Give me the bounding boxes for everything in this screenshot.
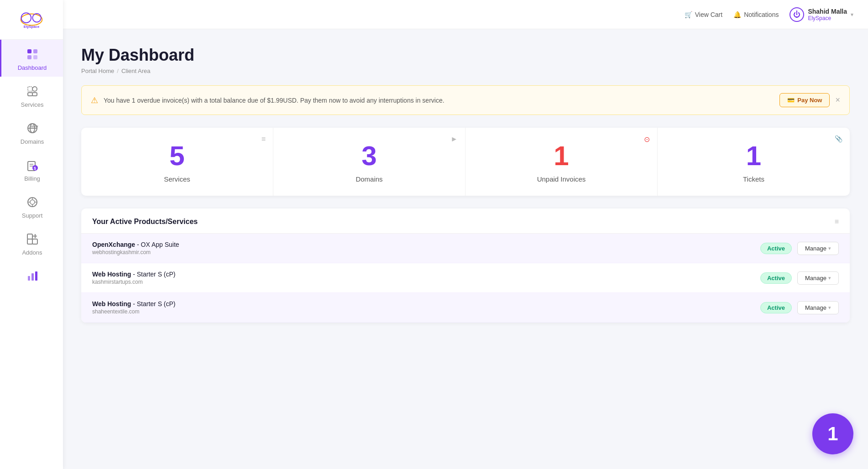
view-cart-link[interactable]: 🛒 View Cart — [685, 11, 722, 18]
manage-button[interactable]: Manage ▾ — [797, 271, 839, 285]
stat-card-domains[interactable]: ► 3 Domains — [273, 128, 465, 196]
stat-card-services[interactable]: ≡ 5 Services — [81, 128, 273, 196]
product-name: OpenXchange - OX App Suite — [92, 241, 760, 248]
product-actions: Active Manage ▾ — [760, 271, 839, 285]
products-title: Your Active Products/Services — [92, 218, 198, 226]
status-badge: Active — [760, 302, 792, 313]
cart-icon: 🛒 — [685, 11, 692, 18]
stat-card-tickets[interactable]: 📎 1 Tickets — [658, 128, 850, 196]
sidebar-item-services[interactable]: Services — [0, 77, 63, 114]
addons-icon — [25, 232, 40, 246]
product-name-bold: Web Hosting — [92, 300, 131, 307]
svg-rect-5 — [33, 49, 37, 53]
svg-rect-28 — [32, 239, 37, 244]
svg-text:ElySpace: ElySpace — [24, 25, 40, 29]
sidebar-label-services: Services — [21, 101, 44, 108]
billing-icon: $ — [25, 158, 40, 172]
breadcrumb-separator: / — [117, 68, 119, 74]
support-icon — [25, 195, 40, 209]
breadcrumb-home[interactable]: Portal Home — [81, 68, 114, 74]
svg-rect-11 — [32, 93, 37, 96]
user-sub: ElySpace — [808, 15, 847, 21]
tickets-label: Tickets — [743, 175, 764, 183]
user-menu[interactable]: ⏻ Shahid Malla ElySpace ▾ — [790, 7, 853, 22]
product-info: Web Hosting - Starter S (cP) kashmirstar… — [92, 271, 760, 285]
svg-text:$: $ — [34, 166, 36, 171]
manage-button[interactable]: Manage ▾ — [797, 301, 839, 314]
product-row: OpenXchange - OX App Suite webhostingkas… — [81, 234, 850, 263]
sidebar-navigation: Dashboard Services www — [0, 40, 63, 292]
breadcrumb-current: Client Area — [121, 68, 151, 74]
product-name-bold: Web Hosting — [92, 271, 131, 278]
stats-grid: ≡ 5 Services ► 3 Domains ⊙ 1 Unpaid Invo… — [81, 128, 850, 196]
svg-rect-4 — [27, 49, 31, 53]
pay-now-button[interactable]: 💳 Pay Now — [779, 93, 830, 107]
main-wrapper: 🛒 View Cart 🔔 Notifications ⏻ Shahid Mal… — [63, 0, 868, 469]
stat-card-invoices[interactable]: ⊙ 1 Unpaid Invoices — [465, 128, 658, 196]
svg-rect-29 — [27, 234, 32, 239]
product-actions: Active Manage ▾ — [760, 301, 839, 314]
svg-rect-27 — [27, 239, 32, 244]
product-row: Web Hosting - Starter S (cP) kashmirstar… — [81, 263, 850, 293]
sidebar-item-addons[interactable]: Addons — [0, 224, 63, 261]
svg-rect-10 — [28, 93, 32, 96]
svg-rect-34 — [35, 271, 37, 281]
domains-icon: www — [25, 121, 40, 135]
notification-badge[interactable]: 1 — [812, 413, 853, 454]
sidebar-item-support[interactable]: Support — [0, 188, 63, 224]
sidebar-item-reports[interactable] — [0, 261, 63, 292]
sidebar-item-dashboard[interactable]: Dashboard — [0, 40, 63, 77]
tickets-stat-icon: 📎 — [835, 135, 842, 142]
alert-close-button[interactable]: × — [835, 95, 840, 105]
user-power-icon: ⏻ — [790, 7, 804, 22]
pay-now-label: Pay Now — [797, 97, 822, 104]
invoices-label: Unpaid Invoices — [537, 175, 586, 183]
notifications-link[interactable]: 🔔 Notifications — [733, 11, 779, 18]
main-content: My Dashboard Portal Home / Client Area ⚠… — [63, 29, 868, 469]
user-chevron-icon: ▾ — [851, 11, 853, 18]
alert-banner: ⚠ You have 1 overdue invoice(s) with a t… — [81, 85, 850, 115]
product-domain: shaheentextile.com — [92, 308, 760, 315]
products-header-icon: ≡ — [835, 218, 839, 226]
product-info: OpenXchange - OX App Suite webhostingkas… — [92, 241, 760, 255]
svg-rect-8 — [28, 87, 32, 91]
products-section: Your Active Products/Services ≡ OpenXcha… — [81, 208, 850, 323]
sidebar-item-domains[interactable]: www Domains — [0, 114, 63, 151]
alert-warning-icon: ⚠ — [91, 95, 98, 105]
breadcrumb: Portal Home / Client Area — [81, 68, 850, 74]
product-name: Web Hosting - Starter S (cP) — [92, 271, 760, 278]
invoices-stat-icon: ⊙ — [644, 135, 650, 144]
tickets-count: 1 — [746, 142, 761, 170]
svg-point-22 — [30, 200, 35, 204]
product-domain: kashmirstartups.com — [92, 279, 760, 285]
product-row: Web Hosting - Starter S (cP) shaheentext… — [81, 293, 850, 323]
svg-rect-33 — [31, 273, 34, 281]
services-icon — [25, 84, 40, 99]
sidebar-label-billing: Billing — [24, 175, 40, 182]
manage-chevron-icon: ▾ — [828, 305, 831, 311]
domains-stat-icon: ► — [450, 135, 458, 143]
dashboard-icon — [25, 47, 40, 62]
page-title: My Dashboard — [81, 46, 850, 65]
alert-right: 💳 Pay Now × — [779, 93, 840, 107]
status-badge: Active — [760, 243, 792, 254]
svg-rect-32 — [28, 276, 30, 281]
svg-point-0 — [21, 14, 42, 26]
bell-icon: 🔔 — [733, 11, 741, 18]
svg-point-9 — [32, 87, 37, 91]
svg-rect-7 — [33, 55, 37, 59]
alert-left: ⚠ You have 1 overdue invoice(s) with a t… — [91, 95, 444, 105]
sidebar: ElySpace Dashboard — [0, 0, 63, 469]
products-list: OpenXchange - OX App Suite webhostingkas… — [81, 234, 850, 323]
view-cart-label: View Cart — [695, 11, 722, 18]
sidebar-label-addons: Addons — [22, 249, 42, 256]
status-badge: Active — [760, 272, 792, 284]
svg-rect-6 — [27, 55, 31, 59]
sidebar-item-billing[interactable]: $ Billing — [0, 151, 63, 188]
topbar: 🛒 View Cart 🔔 Notifications ⏻ Shahid Mal… — [63, 0, 868, 29]
manage-button[interactable]: Manage ▾ — [797, 242, 839, 255]
sidebar-logo: ElySpace — [0, 0, 63, 40]
sidebar-label-support: Support — [22, 212, 43, 219]
manage-chevron-icon: ▾ — [828, 245, 831, 251]
services-stat-icon: ≡ — [261, 135, 266, 143]
